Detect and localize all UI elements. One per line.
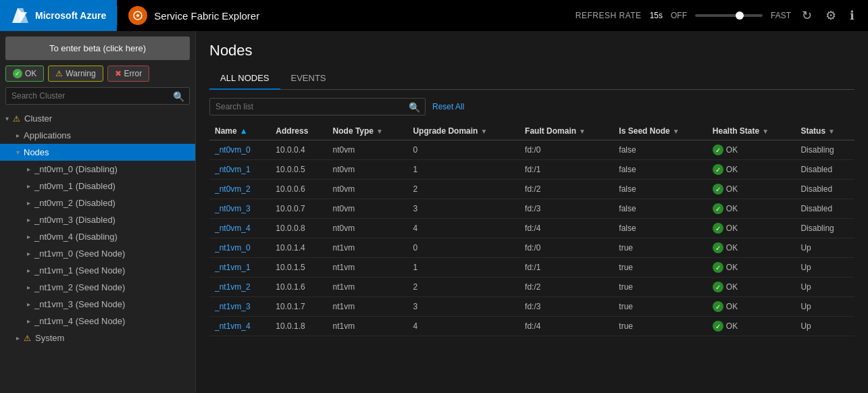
node-name-link[interactable]: _nt0vm_4	[215, 224, 251, 233]
filter-icon: ▼	[376, 128, 383, 135]
col-header-name[interactable]: Name▲	[209, 122, 270, 140]
ok-circle-icon: ✓	[713, 301, 723, 312]
sidebar-tree-item[interactable]: ▸_nt0vm_1 (Disabled)	[0, 178, 195, 194]
tree-item-label: _nt1vm_3 (Seed Node)	[34, 299, 125, 309]
col-header-address[interactable]: Address	[270, 122, 327, 140]
cell-nodeType: nt0vm	[328, 180, 408, 199]
tab-all-nodes[interactable]: ALL NODES	[209, 68, 280, 90]
chevron-right-icon: ▸	[27, 267, 30, 274]
tree-item-label: _nt1vm_2 (Seed Node)	[34, 282, 125, 292]
node-name-link[interactable]: _nt1vm_4	[215, 321, 251, 331]
node-name-link[interactable]: _nt1vm_1	[215, 263, 251, 272]
cell-faultDomain: fd:/0	[519, 238, 613, 258]
cell-name[interactable]: _nt0vm_4	[209, 219, 270, 238]
search-filter-row: 🔍 Reset All	[209, 98, 854, 115]
cell-name[interactable]: _nt0vm_3	[209, 199, 270, 219]
reset-all-button[interactable]: Reset All	[432, 102, 464, 111]
node-name-link[interactable]: _nt0vm_2	[215, 184, 251, 194]
ok-circle-icon: ✓	[713, 223, 723, 234]
cell-nodeType: nt0vm	[328, 160, 408, 180]
sort-icon: ▲	[240, 126, 248, 136]
cell-nodeType: nt0vm	[328, 219, 408, 238]
info-icon[interactable]: ℹ	[847, 5, 857, 26]
cell-isSeedNode: true	[613, 278, 707, 297]
warning-status-button[interactable]: ⚠ Warning	[48, 66, 103, 82]
refresh-button[interactable]: ↻	[799, 5, 815, 26]
sidebar-tree-item[interactable]: ▸_nt0vm_4 (Disabling)	[0, 228, 195, 245]
cell-name[interactable]: _nt0vm_2	[209, 180, 270, 199]
cell-address: 10.0.1.6	[270, 278, 327, 297]
tab-events[interactable]: EVENTS	[280, 68, 337, 90]
health-ok-badge: ✓ OK	[713, 164, 738, 175]
node-name-link[interactable]: _nt0vm_3	[215, 204, 251, 213]
cell-faultDomain: fd:/4	[519, 219, 613, 238]
table-row: _nt1vm_410.0.1.8nt1vm4fd:/4true✓ OKUp	[209, 317, 854, 336]
beta-banner[interactable]: To enter beta (click here)	[5, 36, 190, 60]
cell-name[interactable]: _nt1vm_1	[209, 258, 270, 278]
cell-upgradeDomain: 0	[407, 140, 519, 160]
warning-icon: ⚠	[55, 69, 63, 78]
col-header-faultDomain[interactable]: Fault Domain▼	[519, 122, 613, 140]
sidebar-tree-item[interactable]: ▸_nt1vm_3 (Seed Node)	[0, 296, 195, 313]
nodes-table: Name▲AddressNode Type▼Upgrade Domain▼Fau…	[209, 122, 854, 336]
cell-isSeedNode: false	[613, 160, 707, 180]
node-name-link[interactable]: _nt1vm_0	[215, 243, 251, 253]
tree-item-label: _nt0vm_2 (Disabled)	[34, 198, 116, 208]
sidebar-tree-item[interactable]: ▸_nt1vm_4 (Seed Node)	[0, 313, 195, 330]
sidebar-tree-item[interactable]: ▸Applications	[0, 127, 195, 144]
refresh-rate-label: REFRESH RATE	[576, 11, 642, 20]
sidebar-tree-item[interactable]: ▸_nt0vm_0 (Disabling)	[0, 161, 195, 178]
cell-name[interactable]: _nt1vm_0	[209, 238, 270, 258]
col-header-healthState[interactable]: Health State▼	[707, 122, 796, 140]
search-list-input[interactable]	[209, 98, 426, 115]
node-name-link[interactable]: _nt0vm_0	[215, 145, 251, 155]
table-row: _nt1vm_110.0.1.5nt1vm1fd:/1true✓ OKUp	[209, 258, 854, 278]
cell-name[interactable]: _nt0vm_1	[209, 160, 270, 180]
cell-nodeType: nt0vm	[328, 199, 408, 219]
ok-status-button[interactable]: ✓ OK	[5, 66, 44, 82]
sidebar-tree-item[interactable]: ▸⚠System	[0, 330, 195, 346]
settings-icon[interactable]: ⚙	[823, 5, 839, 26]
sidebar-tree-item[interactable]: ▾⚠Cluster	[0, 110, 195, 127]
table-row: _nt0vm_010.0.0.4nt0vm0fd:/0false✓ OKDisa…	[209, 140, 854, 160]
cell-name[interactable]: _nt1vm_3	[209, 297, 270, 317]
brand-section[interactable]: Microsoft Azure	[0, 0, 117, 31]
page-title: Nodes	[209, 42, 854, 59]
cell-isSeedNode: false	[613, 140, 707, 160]
cell-isSeedNode: true	[613, 317, 707, 336]
node-name-link[interactable]: _nt0vm_1	[215, 165, 251, 174]
main-layout: To enter beta (click here) ✓ OK ⚠ Warnin…	[0, 31, 868, 393]
cell-faultDomain: fd:/3	[519, 297, 613, 317]
chevron-right-icon: ▸	[27, 199, 30, 207]
cell-address: 10.0.1.4	[270, 238, 327, 258]
table-row: _nt0vm_110.0.0.5nt0vm1fd:/1false✓ OKDisa…	[209, 160, 854, 180]
col-header-isSeedNode[interactable]: Is Seed Node▼	[613, 122, 707, 140]
sidebar-tree-item[interactable]: ▾Nodes	[0, 144, 195, 161]
cell-name[interactable]: _nt1vm_4	[209, 317, 270, 336]
cell-status: Up	[795, 238, 854, 258]
col-header-status[interactable]: Status▼	[795, 122, 854, 140]
cell-faultDomain: fd:/4	[519, 317, 613, 336]
cell-status: Up	[795, 297, 854, 317]
chevron-down-icon: ▾	[5, 115, 9, 122]
refresh-slider[interactable]	[695, 14, 763, 17]
cell-isSeedNode: true	[613, 297, 707, 317]
cell-healthState: ✓ OK	[707, 180, 796, 199]
node-name-link[interactable]: _nt1vm_2	[215, 282, 251, 292]
sidebar-tree-item[interactable]: ▸_nt1vm_0 (Seed Node)	[0, 245, 195, 262]
sidebar-tree-item[interactable]: ▸_nt0vm_2 (Disabled)	[0, 194, 195, 211]
cell-healthState: ✓ OK	[707, 140, 796, 160]
sidebar-tree-item[interactable]: ▸_nt0vm_3 (Disabled)	[0, 211, 195, 228]
search-list-wrap: 🔍	[209, 98, 426, 115]
cell-status: Disabled	[795, 160, 854, 180]
sidebar-tree-item[interactable]: ▸_nt1vm_1 (Seed Node)	[0, 262, 195, 279]
col-header-upgradeDomain[interactable]: Upgrade Domain▼	[407, 122, 519, 140]
cell-name[interactable]: _nt1vm_2	[209, 278, 270, 297]
search-cluster-input[interactable]	[5, 87, 190, 105]
col-header-nodeType[interactable]: Node Type▼	[328, 122, 408, 140]
cell-name[interactable]: _nt0vm_0	[209, 140, 270, 160]
error-status-button[interactable]: ✖ Error	[107, 66, 150, 82]
node-name-link[interactable]: _nt1vm_3	[215, 302, 251, 311]
sidebar-tree-item[interactable]: ▸_nt1vm_2 (Seed Node)	[0, 279, 195, 296]
ok-circle-icon: ✓	[713, 282, 723, 292]
